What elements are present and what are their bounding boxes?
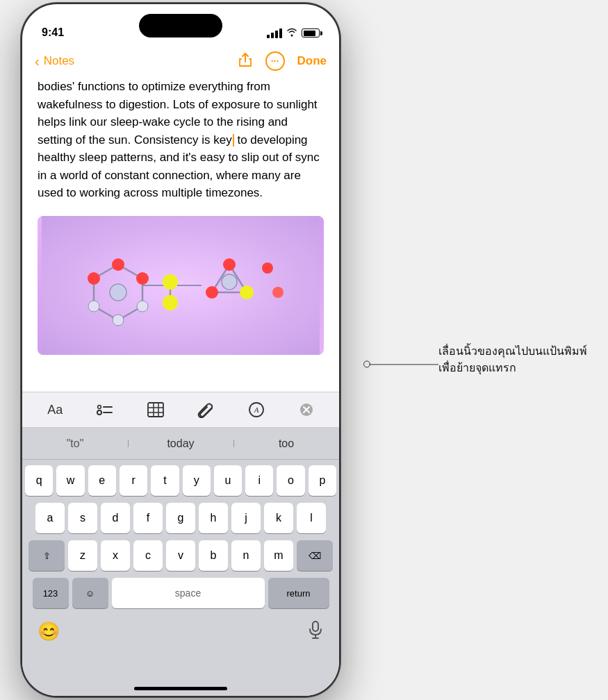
svg-point-10 <box>88 272 100 285</box>
key-u[interactable]: u <box>214 465 242 496</box>
svg-point-22 <box>206 286 218 299</box>
key-v[interactable]: v <box>166 540 195 571</box>
key-j[interactable]: j <box>231 503 261 533</box>
list-format-button[interactable] <box>97 403 113 417</box>
svg-point-14 <box>163 274 178 290</box>
notes-back-label: Notes <box>44 54 74 68</box>
key-row-4: 123 ☺ space return <box>22 578 339 608</box>
back-button[interactable]: ‹ Notes <box>35 53 74 69</box>
key-row-1: q w e r t y u i o p <box>22 465 339 496</box>
svg-point-29 <box>99 406 101 408</box>
attachment-button[interactable] <box>197 401 214 418</box>
close-icon <box>299 402 314 417</box>
key-row-3: ⇧ z x c v b n m ⌫ <box>22 540 339 571</box>
autocomplete-item-2[interactable]: today <box>128 438 233 450</box>
annotation-callout: เลื่อนนิ้วของคุณไปบนแป้นพิมพ์เพื่อย้ายจุ… <box>438 343 587 376</box>
annotation-text: เลื่อนนิ้วของคุณไปบนแป้นพิมพ์เพื่อย้ายจุ… <box>438 343 587 376</box>
key-shift[interactable]: ⇧ <box>28 540 65 571</box>
signal-bars-icon <box>267 28 282 38</box>
svg-point-31 <box>97 410 101 415</box>
svg-point-9 <box>136 272 149 285</box>
paperclip-icon <box>197 401 214 418</box>
wifi-icon <box>286 27 297 39</box>
key-l[interactable]: l <box>297 503 326 533</box>
key-i[interactable]: i <box>245 465 273 496</box>
svg-point-12 <box>88 301 99 312</box>
autocomplete-item-3[interactable]: too <box>233 438 339 450</box>
key-f[interactable]: f <box>133 503 163 533</box>
format-toolbar: Aa <box>22 392 339 428</box>
markup-button[interactable]: A <box>248 401 265 418</box>
svg-point-24 <box>262 262 273 274</box>
key-s[interactable]: s <box>68 503 97 533</box>
key-x[interactable]: x <box>101 540 130 571</box>
key-n[interactable]: n <box>231 540 261 571</box>
svg-point-13 <box>113 315 124 326</box>
autocomplete-bar: "to" today too <box>22 428 339 460</box>
status-time: 9:41 <box>42 26 64 39</box>
key-p[interactable]: p <box>309 465 336 496</box>
callout-line <box>369 364 438 365</box>
svg-rect-43 <box>313 622 318 631</box>
phone-wrapper: 9:41 <box>0 0 608 700</box>
key-z[interactable]: z <box>68 540 97 571</box>
status-icons <box>267 27 320 39</box>
svg-rect-33 <box>148 403 163 417</box>
key-b[interactable]: b <box>199 540 228 571</box>
key-c[interactable]: c <box>133 540 163 571</box>
done-button[interactable]: Done <box>297 54 327 68</box>
key-h[interactable]: h <box>199 503 228 533</box>
more-options-button[interactable]: ··· <box>265 51 285 71</box>
key-delete[interactable]: ⌫ <box>297 540 333 571</box>
svg-text:A: A <box>254 406 259 414</box>
emoji-button[interactable]: 😊 <box>38 621 60 643</box>
note-body-text: bodies' functions to optimize everything… <box>38 80 320 199</box>
key-d[interactable]: d <box>101 503 130 533</box>
key-o[interactable]: o <box>277 465 304 496</box>
key-y[interactable]: y <box>183 465 211 496</box>
svg-point-21 <box>240 285 254 299</box>
circle-a-icon: A <box>248 401 265 418</box>
svg-point-23 <box>222 274 237 290</box>
svg-point-20 <box>223 258 236 271</box>
dynamic-island <box>139 14 222 38</box>
microphone-button[interactable] <box>307 621 324 643</box>
ellipsis-icon: ··· <box>271 56 279 67</box>
autocomplete-item-1[interactable]: "to" <box>22 438 128 450</box>
table-icon <box>147 402 164 417</box>
aa-label: Aa <box>47 403 63 417</box>
note-body[interactable]: bodies' functions to optimize everything… <box>22 78 339 210</box>
table-button[interactable] <box>147 402 164 417</box>
share-icon[interactable] <box>238 52 253 71</box>
chevron-left-icon: ‹ <box>35 53 40 69</box>
molecule-image <box>38 216 324 355</box>
svg-point-7 <box>110 284 126 301</box>
nav-actions: ··· Done <box>238 51 327 71</box>
key-e[interactable]: e <box>88 465 116 496</box>
svg-point-15 <box>163 295 178 310</box>
svg-point-11 <box>137 301 148 312</box>
text-format-button[interactable]: Aa <box>47 403 63 417</box>
key-a[interactable]: a <box>35 503 65 533</box>
key-emoji[interactable]: ☺ <box>72 578 108 608</box>
home-indicator <box>134 687 227 690</box>
key-row-2: a s d f g h j k l <box>22 503 339 533</box>
close-toolbar-button[interactable] <box>299 402 314 417</box>
key-g[interactable]: g <box>166 503 195 533</box>
key-q[interactable]: q <box>25 465 53 496</box>
key-r[interactable]: r <box>120 465 147 496</box>
key-space[interactable]: space <box>112 578 265 608</box>
key-numbers[interactable]: 123 <box>33 578 69 608</box>
checklist-icon <box>97 403 113 417</box>
battery-icon <box>302 28 320 38</box>
key-return[interactable]: return <box>268 578 329 608</box>
keyboard: q w e r t y u i o p a s d f g h j k l <box>22 460 339 696</box>
svg-point-8 <box>112 258 124 271</box>
nav-bar: ‹ Notes ··· Done <box>22 44 339 78</box>
key-w[interactable]: w <box>56 465 84 496</box>
key-m[interactable]: m <box>264 540 293 571</box>
svg-point-25 <box>272 287 284 298</box>
phone-frame: 9:41 <box>21 3 340 697</box>
key-k[interactable]: k <box>264 503 293 533</box>
key-t[interactable]: t <box>151 465 179 496</box>
